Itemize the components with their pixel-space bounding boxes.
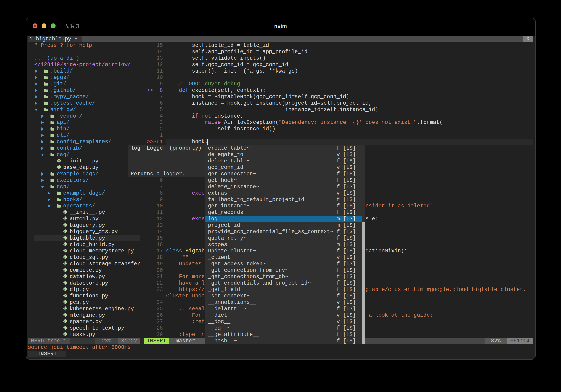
svg-text:3: 3 [76, 23, 79, 29]
